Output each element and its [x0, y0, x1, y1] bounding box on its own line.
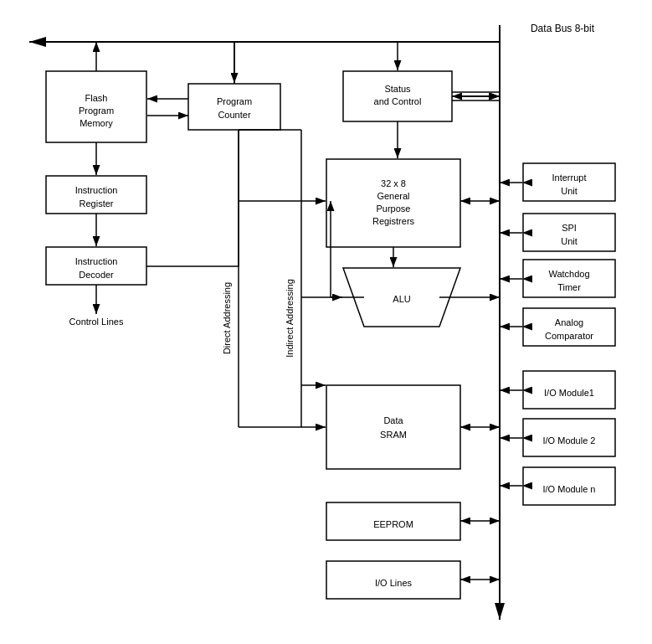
- control-lines-label: Control Lines: [69, 317, 124, 327]
- svg-text:Counter: Counter: [218, 110, 250, 120]
- svg-text:Decoder: Decoder: [79, 270, 114, 280]
- svg-text:SRAM: SRAM: [380, 430, 407, 440]
- io-lines-label: I/O Lines: [375, 578, 413, 588]
- data-bus-label: Data Bus 8-bit: [531, 23, 595, 34]
- svg-text:Purpose: Purpose: [377, 204, 411, 214]
- data-sram-label: Data: [383, 415, 403, 425]
- svg-text:General: General: [377, 191, 409, 201]
- svg-text:Register: Register: [80, 198, 114, 209]
- direct-addressing-label: Direct Addressing: [222, 282, 232, 354]
- instruction-decoder-label: Instruction: [75, 256, 118, 266]
- svg-rect-28: [326, 385, 460, 469]
- watchdog-timer-label: Watchdog: [548, 269, 589, 279]
- svg-text:Registrers: Registrers: [372, 216, 415, 226]
- svg-text:Timer: Timer: [557, 282, 581, 292]
- indirect-addressing-label: Indirect Addressing: [285, 279, 295, 358]
- spi-unit-label: SPI: [562, 223, 577, 233]
- svg-text:Unit: Unit: [561, 186, 578, 196]
- io-module2-label: I/O Module 2: [543, 435, 596, 446]
- status-control-label: Status: [384, 84, 411, 94]
- svg-text:Unit: Unit: [561, 236, 578, 246]
- svg-rect-15: [188, 84, 280, 130]
- gp-registers-label: 32 x 8: [381, 178, 406, 188]
- program-counter-label: Program: [217, 96, 252, 106]
- interrupt-unit-label: Interrupt: [552, 173, 587, 183]
- svg-text:Memory: Memory: [80, 118, 113, 128]
- svg-text:and Control: and Control: [374, 96, 422, 106]
- flash-program-memory-label: Flash: [85, 93, 108, 103]
- svg-text:Program: Program: [79, 106, 114, 116]
- instruction-register-label: Instruction: [75, 185, 118, 195]
- io-modulen-label: I/O Module n: [543, 484, 596, 494]
- diagram-container: Data Bus 8-bit Flash Program Memory Prog…: [0, 0, 652, 644]
- io-module1-label: I/O Module1: [544, 388, 594, 398]
- svg-text:Comparator: Comparator: [545, 331, 593, 341]
- alu-label: ALU: [393, 294, 410, 304]
- eeprom-label: EEPROM: [373, 519, 413, 529]
- analog-comparator-label: Analog: [555, 317, 583, 327]
